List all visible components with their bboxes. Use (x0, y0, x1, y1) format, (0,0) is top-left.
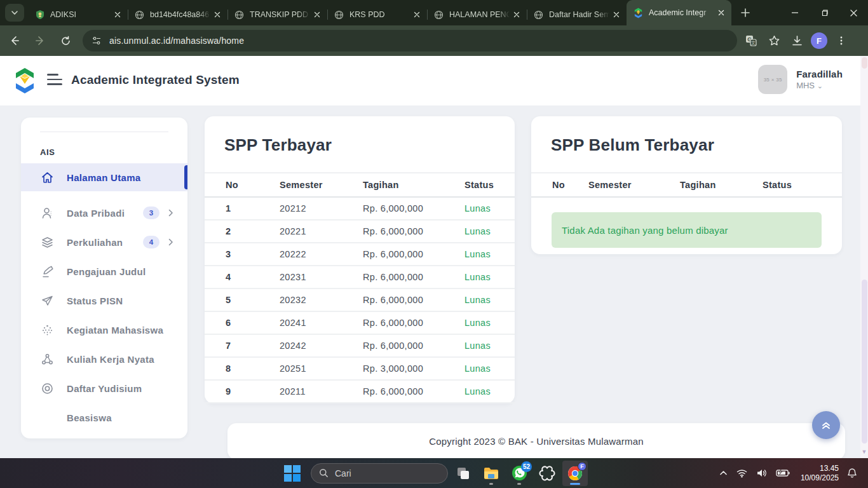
layers-icon (40, 235, 54, 249)
chrome-profile-badge: F (578, 462, 587, 471)
forward-icon[interactable] (29, 30, 51, 51)
tab-close-icon[interactable] (611, 10, 621, 20)
cell-no: 2 (205, 226, 280, 236)
globe-favicon (234, 10, 245, 20)
cell-no: 7 (205, 341, 280, 351)
tab-close-icon[interactable] (511, 10, 522, 20)
user-menu[interactable]: 35 × 35 Faradillah MHS ⌄ (758, 65, 843, 94)
sidebar-item-perkuliahan[interactable]: Perkuliahan4 (21, 228, 187, 256)
url-bar[interactable]: ais.unmul.ac.id/mahasiswa/home (83, 30, 737, 51)
browser-menu-icon[interactable] (831, 30, 851, 51)
bookmark-star-icon[interactable] (764, 30, 784, 51)
tray-expand-icon[interactable] (719, 469, 728, 477)
chrome-icon[interactable]: F (562, 461, 588, 486)
sidebar-item-label: Pengajuan Judul (67, 266, 146, 277)
chevron-right-icon (168, 208, 173, 219)
wifi-icon[interactable] (736, 469, 747, 478)
tab-close-icon[interactable] (411, 10, 422, 20)
scrollbar-down-arrow-icon[interactable]: ▼ (861, 449, 867, 455)
close-window-icon[interactable] (839, 0, 868, 25)
cell-tagihan: Rp. 6,000,000 (363, 386, 465, 396)
tab-search-icon[interactable] (5, 4, 24, 22)
table-row: 820251Rp. 3,000,000Lunas (205, 358, 515, 381)
whatsapp-badge: 52 (521, 461, 532, 472)
sidebar-item-status-pisn[interactable]: Status PISN (21, 287, 187, 315)
sidebar-item-kuliah-kerja-nyata[interactable]: Kuliah Kerja Nyata (21, 345, 187, 373)
chatgpt-icon[interactable] (534, 461, 560, 486)
cell-tagihan: Rp. 6,000,000 (363, 341, 465, 351)
taskbar-search-input[interactable]: Cari (311, 463, 448, 484)
scrollbar-thumb[interactable] (862, 280, 867, 444)
cell-tagihan: Rp. 6,000,000 (363, 318, 465, 328)
sidebar-item-kegiatan-mahasiswa[interactable]: Kegiatan Mahasiswa (21, 316, 187, 344)
tab-close-icon[interactable] (112, 10, 123, 20)
cell-status: Lunas (465, 363, 515, 374)
url-text[interactable]: ais.unmul.ac.id/mahasiswa/home (109, 36, 244, 46)
globe-favicon (334, 10, 344, 20)
tab-close-icon[interactable] (715, 8, 726, 18)
sidebar-item-data-pribadi[interactable]: Data Pribadi3 (21, 199, 187, 227)
cell-status: Lunas (465, 386, 515, 396)
tab-close-icon[interactable] (212, 10, 222, 20)
minimize-icon[interactable] (780, 0, 810, 25)
notification-bell-icon[interactable] (847, 468, 857, 478)
page-title: Academic Integrated System (71, 73, 240, 87)
sidebar-item-halaman-utama[interactable]: Halaman Utama (21, 163, 187, 191)
adiksi-favicon (34, 10, 45, 20)
sidebar-item-beasiswa[interactable]: Beasiswa (21, 403, 187, 431)
user-name: Faradillah (796, 69, 843, 79)
cell-tagihan: Rp. 6,000,000 (363, 226, 465, 236)
scroll-to-top-button[interactable] (812, 411, 840, 439)
tab-title: TRANSKIP PDD (250, 10, 311, 19)
sidebar-section-label: AIS (40, 147, 187, 157)
cell-status: Lunas (465, 341, 515, 351)
back-icon[interactable] (4, 30, 25, 51)
start-button-icon[interactable] (284, 465, 301, 482)
cell-status: Lunas (465, 203, 515, 214)
spp-paid-panel: SPP Terbayar No Semester Tagihan Status … (205, 116, 515, 403)
whatsapp-icon[interactable]: 52 (506, 461, 532, 486)
page-scrollbar[interactable]: ▼ (860, 56, 868, 458)
browser-toolbar: ais.unmul.ac.id/mahasiswa/home G文 F (0, 25, 868, 56)
task-view-icon[interactable] (451, 461, 476, 486)
browser-tab[interactable]: Daftar Hadir Sem (527, 4, 627, 25)
scrollbar-top-cap[interactable] (862, 57, 867, 69)
tab-title: bd14b4fc48a846 (150, 10, 212, 19)
browser-profile-avatar[interactable]: F (811, 32, 827, 49)
sidebar-item-label: Perkuliahan (67, 237, 123, 248)
cell-no: 8 (205, 363, 280, 374)
share-icon (40, 352, 54, 366)
translate-icon[interactable]: G文 (741, 30, 761, 51)
tray-date: 10/09/2025 (801, 473, 839, 483)
tab-close-icon[interactable] (311, 10, 322, 20)
cell-status: Lunas (465, 272, 515, 282)
browser-tab[interactable]: HALAMAN PENG (427, 4, 527, 25)
clock[interactable]: 13.45 10/09/2025 (801, 464, 839, 483)
sidebar-divider (40, 132, 168, 132)
unpaid-table-header: No Semester Tagihan Status (531, 172, 842, 198)
reload-icon[interactable] (55, 30, 76, 51)
hamburger-menu-icon[interactable] (47, 74, 62, 86)
cell-tagihan: Rp. 6,000,000 (363, 295, 465, 305)
new-tab-button[interactable] (736, 4, 754, 22)
sidebar-item-label: Daftar Yudisium (67, 383, 142, 394)
downloads-icon[interactable] (787, 30, 807, 51)
table-row: 220221Rp. 6,000,000Lunas (205, 220, 515, 243)
cell-tagihan: Rp. 6,000,000 (363, 272, 465, 282)
sidebar-item-pengajuan-judul[interactable]: Pengajuan Judul (21, 257, 187, 285)
browser-tab[interactable]: KRS PDD (327, 4, 427, 25)
volume-icon[interactable] (756, 468, 767, 478)
unpaid-table: No Semester Tagihan Status (531, 172, 842, 198)
restore-icon[interactable] (810, 0, 839, 25)
browser-tab[interactable]: Academic Integr (627, 0, 731, 25)
browser-tab[interactable]: ADIKSI (28, 4, 128, 25)
cell-semester: 20242 (280, 341, 363, 351)
cell-semester: 20251 (280, 363, 363, 374)
browser-tab[interactable]: bd14b4fc48a846 (128, 4, 227, 25)
file-explorer-icon[interactable] (478, 461, 504, 486)
browser-tab[interactable]: TRANSKIP PDD (227, 4, 327, 25)
battery-icon[interactable] (776, 469, 790, 477)
chevron-right-icon (168, 237, 173, 248)
sidebar-item-daftar-yudisium[interactable]: Daftar Yudisium (21, 374, 187, 402)
sidebar-item-label: Status PISN (67, 295, 123, 306)
